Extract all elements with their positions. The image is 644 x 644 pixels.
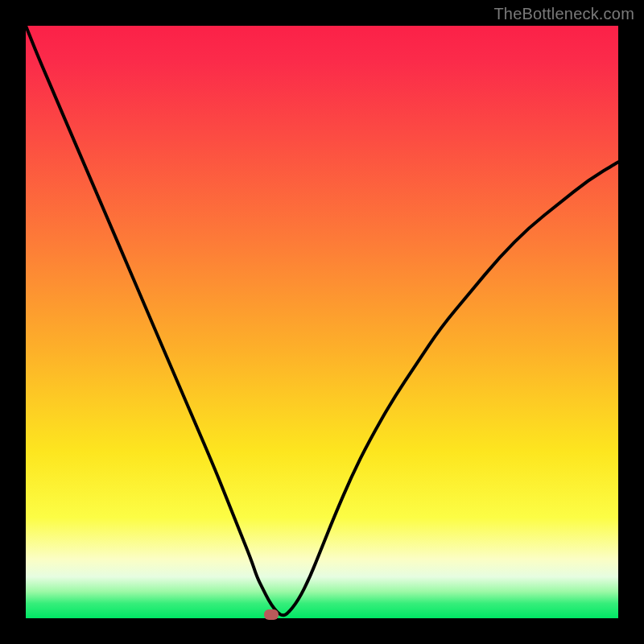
bottleneck-curve: [26, 26, 618, 618]
watermark-text: TheBottleneck.com: [493, 5, 634, 23]
plot-area: [26, 26, 618, 618]
curve-path: [26, 26, 618, 615]
min-point-marker: [264, 609, 279, 620]
chart-frame: TheBottleneck.com: [0, 0, 644, 644]
